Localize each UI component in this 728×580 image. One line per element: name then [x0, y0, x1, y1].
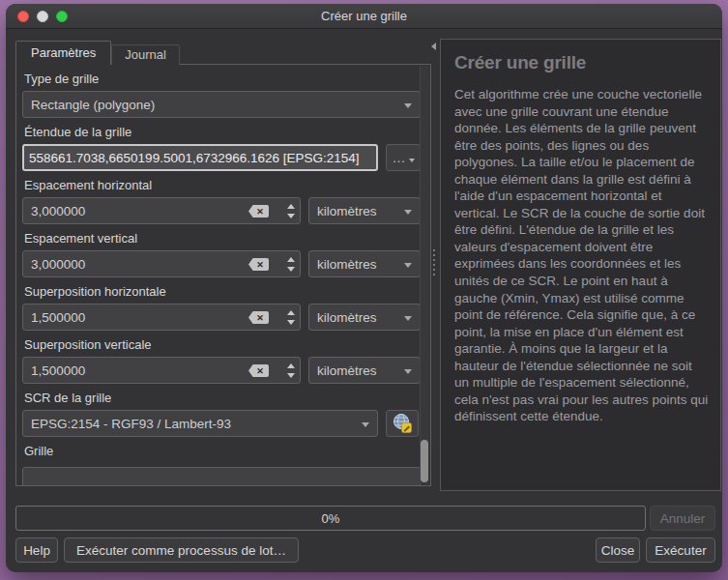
- spin-down-icon[interactable]: [287, 214, 295, 218]
- chevron-down-icon: [404, 369, 412, 374]
- scrollbar-track[interactable]: [420, 66, 429, 484]
- clear-value-icon[interactable]: [248, 258, 269, 271]
- spinner-arrows[interactable]: [282, 358, 300, 383]
- overlay-vertical-value: 1,500000: [31, 363, 85, 378]
- overlay-horizontal-value: 1,500000: [31, 310, 85, 325]
- dialog-window: Créer une grille Paramètres Journal Type…: [6, 4, 722, 572]
- grid-type-select[interactable]: Rectangle (polygone): [22, 91, 421, 118]
- spacing-vertical-value: 3,000000: [31, 257, 85, 272]
- progress-value: 0%: [322, 511, 340, 526]
- tab-parametres-label: Paramètres: [31, 45, 96, 60]
- ellipsis-icon: …: [393, 150, 406, 165]
- spin-down-icon[interactable]: [287, 373, 295, 378]
- help-body: Cet algorithme crée une couche vectoriel…: [454, 86, 709, 425]
- output-grid-label: Grille: [24, 444, 421, 459]
- extent-browse-button[interactable]: …: [386, 144, 421, 171]
- chevron-down-icon: [404, 210, 412, 215]
- chevron-down-icon: [404, 316, 412, 321]
- chevron-down-icon: [362, 422, 369, 427]
- title-bar[interactable]: Créer une grille: [6, 4, 722, 29]
- spin-up-icon[interactable]: [287, 310, 295, 315]
- spin-up-icon[interactable]: [287, 204, 295, 209]
- spacing-horizontal-unit-select[interactable]: kilomètres: [308, 197, 421, 224]
- unit-value: kilomètres: [317, 363, 377, 378]
- clear-value-icon[interactable]: [248, 311, 269, 324]
- extent-value: 558661.7038,6650199.5001,6732966.1626 [E…: [29, 151, 360, 165]
- extent-input[interactable]: 558661.7038,6650199.5001,6732966.1626 [E…: [22, 144, 378, 171]
- spacing-horizontal-input[interactable]: 3,000000: [22, 197, 301, 224]
- overlay-vertical-unit-select[interactable]: kilomètres: [308, 357, 421, 384]
- crs-label: SCR de la grille: [24, 391, 421, 406]
- run-button[interactable]: Exécuter: [646, 537, 715, 563]
- spacing-horizontal-label: Espacement horizontal: [24, 178, 421, 193]
- crs-select[interactable]: EPSG:2154 - RGF93 / Lambert-93: [22, 410, 378, 437]
- run-as-batch-button[interactable]: Exécuter comme processus de lot…: [64, 537, 299, 563]
- spacing-horizontal-value: 3,000000: [31, 204, 85, 218]
- progress-bar: 0%: [15, 506, 646, 531]
- tab-bar: Paramètres Journal: [15, 41, 180, 65]
- unit-value: kilomètres: [317, 204, 377, 218]
- splitter-handle[interactable]: [433, 249, 435, 276]
- collapse-panel-arrow-icon[interactable]: [431, 43, 436, 50]
- tab-journal[interactable]: Journal: [111, 44, 180, 65]
- overlay-horizontal-input[interactable]: 1,500000: [22, 304, 301, 331]
- close-button-label: Close: [601, 543, 635, 558]
- grid-type-value: Rectangle (polygone): [31, 98, 155, 112]
- overlay-horizontal-unit-select[interactable]: kilomètres: [308, 304, 421, 331]
- window-title: Créer une grille: [321, 9, 407, 23]
- run-button-label: Exécuter: [655, 543, 706, 558]
- zoom-window-button[interactable]: [56, 11, 68, 22]
- spinner-arrows[interactable]: [282, 304, 300, 330]
- cancel-button-label: Annuler: [660, 511, 706, 526]
- tab-journal-label: Journal: [125, 47, 166, 62]
- close-button[interactable]: Close: [596, 537, 640, 563]
- spin-up-icon[interactable]: [287, 257, 295, 262]
- crs-value: EPSG:2154 - RGF93 / Lambert-93: [31, 417, 231, 431]
- close-window-button[interactable]: [17, 11, 29, 22]
- chevron-down-icon: [409, 159, 415, 162]
- spin-down-icon[interactable]: [287, 267, 295, 272]
- overlay-horizontal-label: Superposition horizontale: [24, 284, 421, 300]
- help-button-label: Help: [23, 543, 50, 558]
- minimize-window-button[interactable]: [37, 11, 48, 22]
- extent-label: Étendue de la grille: [24, 125, 421, 140]
- spin-up-icon[interactable]: [287, 363, 295, 368]
- parameters-pane: Type de grille Rectangle (polygone) Éten…: [15, 64, 431, 486]
- spinner-arrows[interactable]: [282, 251, 300, 276]
- tab-parametres[interactable]: Paramètres: [15, 41, 111, 65]
- chevron-down-icon: [404, 263, 412, 268]
- help-button[interactable]: Help: [15, 537, 58, 563]
- help-panel: Créer une grille Cet algorithme crée une…: [440, 39, 721, 491]
- cancel-button[interactable]: Annuler: [650, 506, 715, 531]
- clear-value-icon[interactable]: [248, 205, 269, 218]
- help-title: Créer une grille: [454, 52, 709, 73]
- output-grid-input[interactable]: [22, 467, 421, 486]
- crs-picker-button[interactable]: [386, 410, 419, 437]
- spacing-vertical-unit-select[interactable]: kilomètres: [308, 250, 421, 277]
- spacing-vertical-input[interactable]: 3,000000: [22, 250, 301, 277]
- chevron-down-icon: [404, 103, 412, 108]
- unit-value: kilomètres: [317, 257, 377, 272]
- unit-value: kilomètres: [317, 310, 377, 325]
- spinner-arrows[interactable]: [282, 198, 300, 223]
- run-as-batch-label: Exécuter comme processus de lot…: [76, 543, 286, 558]
- grid-type-label: Type de grille: [24, 72, 421, 87]
- scrollbar-thumb[interactable]: [421, 440, 428, 482]
- crs-globe-icon: [392, 413, 413, 434]
- overlay-vertical-label: Superposition verticale: [24, 337, 421, 353]
- spin-down-icon[interactable]: [287, 320, 295, 325]
- clear-value-icon[interactable]: [248, 364, 269, 377]
- spacing-vertical-label: Espacement vertical: [24, 231, 421, 246]
- overlay-vertical-input[interactable]: 1,500000: [22, 357, 301, 384]
